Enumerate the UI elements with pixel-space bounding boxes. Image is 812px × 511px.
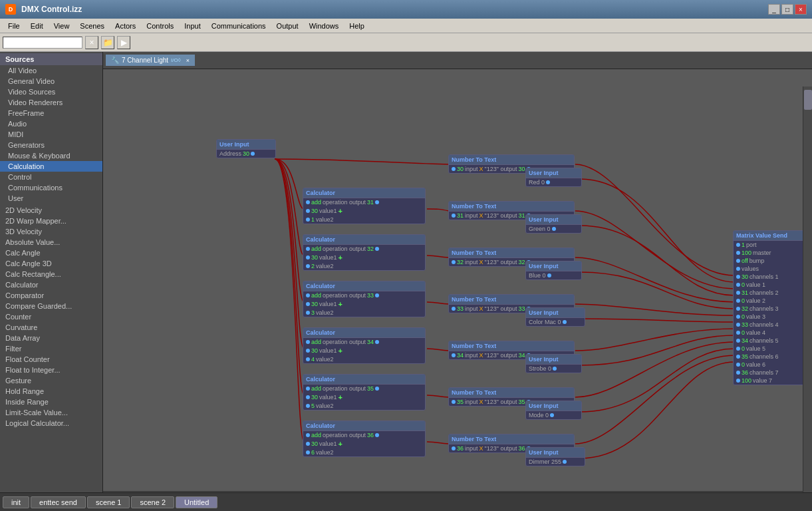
tab-close-button[interactable]: × xyxy=(186,57,190,64)
calc-angle-3d[interactable]: Calc Angle 3D xyxy=(0,258,102,269)
menu-help[interactable]: Help xyxy=(344,21,370,31)
calc6-header: Calculator xyxy=(303,421,425,431)
calc-float-integer[interactable]: Float to Integer... xyxy=(0,365,102,375)
calc-counter[interactable]: Counter xyxy=(0,311,102,322)
minimize-button[interactable]: _ xyxy=(768,4,780,15)
calc-3d-velocity[interactable]: 3D Velocity xyxy=(0,226,102,237)
source-all-video[interactable]: All Video xyxy=(0,65,102,76)
node-user-input-blue[interactable]: User Input Blue 0 xyxy=(525,261,582,280)
tab-enttec[interactable]: enttec send xyxy=(31,496,86,508)
node-calc-5[interactable]: Calculator add operation output 35 30 va… xyxy=(303,374,426,411)
calc-limit-scale[interactable]: Limit-Scale Value... xyxy=(0,407,102,418)
calc-calculator[interactable]: Calculator xyxy=(0,279,102,290)
source-video-renderers[interactable]: Video Renderers xyxy=(0,97,102,108)
calc-inside-range[interactable]: Inside Range xyxy=(0,397,102,407)
colormac-header: User Input xyxy=(526,308,585,318)
calc-float-counter[interactable]: Float Counter xyxy=(0,354,102,365)
menu-actors[interactable]: Actors xyxy=(110,21,141,31)
calc-compare-guarded[interactable]: Compare Guarded... xyxy=(0,301,102,311)
source-mouse-keyboard[interactable]: Mouse & Keyboard xyxy=(0,150,102,161)
node-user-input-red[interactable]: User Input Red 0 xyxy=(525,168,582,187)
calc-comparator[interactable]: Comparator xyxy=(0,290,102,301)
menu-controls[interactable]: Controls xyxy=(141,21,179,31)
ntt6-header: Number To Text xyxy=(449,388,574,398)
calc-absolute-value[interactable]: Absolute Value... xyxy=(0,237,102,248)
node-matrix-value-send[interactable]: Matrix Value Send 1 port 100 master off … xyxy=(733,230,812,385)
calc-2d-velocity[interactable]: 2D Velocity xyxy=(0,205,102,216)
calc-angle[interactable]: Calc Angle xyxy=(0,248,102,258)
mode-header: User Input xyxy=(526,401,581,411)
calc-gesture[interactable]: Gesture xyxy=(0,375,102,386)
node-canvas[interactable]: User Input Address 30 Number To Text 30 … xyxy=(103,69,812,492)
maximize-button[interactable]: □ xyxy=(781,4,793,15)
calc-2d-warp[interactable]: 2D Warp Mapper... xyxy=(0,216,102,226)
source-user[interactable]: User xyxy=(0,193,102,204)
node-calc-3[interactable]: Calculator add operation output 33 30 va… xyxy=(303,281,426,317)
vertical-scrollbar[interactable] xyxy=(803,86,812,492)
menu-scenes[interactable]: Scenes xyxy=(74,21,110,31)
calc1-header: Calculator xyxy=(303,188,425,198)
tab-scene2[interactable]: scene 2 xyxy=(131,496,174,508)
node-user-input-address: Address 30 xyxy=(217,150,275,158)
source-freeframe[interactable]: FreeFrame xyxy=(0,108,102,118)
toolbar: × 📁 ▶ xyxy=(0,33,812,52)
calc-filter[interactable]: Filter xyxy=(0,343,102,354)
calc-curvature[interactable]: Curvature xyxy=(0,322,102,333)
ntt5-header: Number To Text xyxy=(449,341,574,351)
arrow-button[interactable]: ▶ xyxy=(117,36,130,49)
menu-file[interactable]: File xyxy=(3,21,25,31)
port-in[interactable] xyxy=(452,167,456,171)
open-file-button[interactable]: 📁 xyxy=(101,36,114,49)
close-button[interactable]: × xyxy=(795,4,807,15)
menu-view[interactable]: View xyxy=(49,21,75,31)
source-generators[interactable]: Generators xyxy=(0,140,102,150)
node-calc-1[interactable]: Calculator add operation output 31 30 va… xyxy=(303,188,426,224)
calc2-header: Calculator xyxy=(303,235,425,245)
clear-search-button[interactable]: × xyxy=(85,36,98,49)
horizontal-scrollbar[interactable] xyxy=(103,491,803,492)
node-user-input-dimmer[interactable]: User Input Dimmer 255 xyxy=(525,447,585,466)
bottom-tabs-bar: init enttec send scene 1 scene 2 Untitle… xyxy=(0,492,812,511)
port-out[interactable] xyxy=(546,180,550,184)
main-layout: Sources All Video General Video Video So… xyxy=(0,52,812,492)
node-user-input-colormac[interactable]: User Input Color Mac 0 xyxy=(525,307,585,327)
node-user-input-strobe[interactable]: User Input Strobe 0 xyxy=(525,354,582,373)
node-user-input-mode[interactable]: User Input Mode 0 xyxy=(525,401,582,420)
tab-untitled[interactable]: Untitled xyxy=(176,496,217,508)
node-calc-4[interactable]: Calculator add operation output 34 30 va… xyxy=(303,327,426,364)
scroll-thumb-v[interactable] xyxy=(804,90,812,110)
tab-init[interactable]: init xyxy=(3,496,29,508)
node-calc-6[interactable]: Calculator add operation output 36 30 va… xyxy=(303,421,426,457)
calc-rectangle[interactable]: Calc Rectangle... xyxy=(0,269,102,279)
ntt3-header: Number To Text xyxy=(449,248,574,258)
node-user-input-green[interactable]: User Input Green 0 xyxy=(525,214,582,234)
source-midi[interactable]: MIDI xyxy=(0,129,102,140)
calc-logical[interactable]: Logical Calculator... xyxy=(0,418,102,428)
menu-bar: File Edit View Scenes Actors Controls In… xyxy=(0,19,812,33)
red-row: Red 0 xyxy=(526,178,581,186)
menu-input[interactable]: Input xyxy=(179,21,205,31)
menu-windows[interactable]: Windows xyxy=(304,21,344,31)
node-user-input[interactable]: User Input Address 30 xyxy=(216,139,276,158)
source-video-sources[interactable]: Video Sources xyxy=(0,86,102,97)
source-communications[interactable]: Communications xyxy=(0,182,102,193)
menu-edit[interactable]: Edit xyxy=(25,21,49,31)
calc-data-array[interactable]: Data Array xyxy=(0,333,102,343)
source-calculation[interactable]: Calculation xyxy=(0,161,102,172)
ntt1-header: Number To Text xyxy=(449,155,574,165)
calc-hold-range[interactable]: Hold Range xyxy=(0,386,102,397)
source-control[interactable]: Control xyxy=(0,172,102,182)
menu-output[interactable]: Output xyxy=(271,21,304,31)
source-audio[interactable]: Audio xyxy=(0,118,102,129)
port-out[interactable] xyxy=(251,152,255,156)
search-input[interactable] xyxy=(3,37,82,49)
menu-communications[interactable]: Communications xyxy=(206,21,271,31)
blue-header: User Input xyxy=(526,261,581,271)
source-general-video[interactable]: General Video xyxy=(0,76,102,86)
canvas-tab-item[interactable]: 🔧 7 Channel Light I/O◊ × xyxy=(106,55,195,66)
canvas-area: 🔧 7 Channel Light I/O◊ × xyxy=(103,52,812,492)
tab-scene1[interactable]: scene 1 xyxy=(87,496,130,508)
left-panel: Sources All Video General Video Video So… xyxy=(0,52,103,492)
red-header: User Input xyxy=(526,168,581,178)
node-calc-2[interactable]: Calculator add operation output 32 30 va… xyxy=(303,234,426,271)
